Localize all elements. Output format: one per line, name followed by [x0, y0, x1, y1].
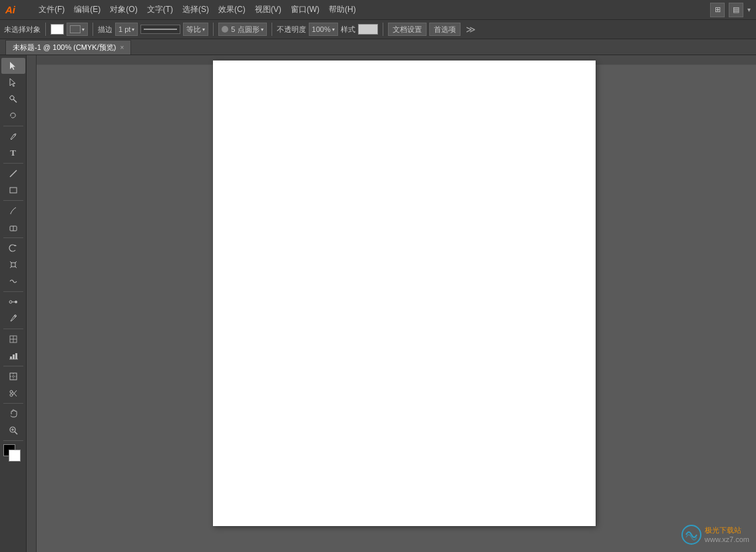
- toolbar: T: [0, 55, 27, 552]
- opacity-chevron: ▾: [332, 27, 335, 33]
- stroke-label: 描边: [98, 25, 112, 35]
- options-sep-1: [45, 23, 46, 36]
- svg-point-34: [10, 394, 13, 396]
- rectangle-tool[interactable]: [1, 182, 25, 198]
- svg-point-19: [9, 301, 12, 303]
- options-sep-4: [272, 23, 272, 36]
- opacity-dropdown[interactable]: 100% ▾: [309, 23, 338, 36]
- stroke-val-chevron: ▾: [132, 27, 134, 33]
- menu-select[interactable]: 选择(S): [178, 2, 213, 17]
- title-chevron: ▾: [747, 6, 751, 13]
- watermark-text: 极光下载站 www.xz7.com: [705, 525, 749, 545]
- points-chevron: ▾: [261, 27, 264, 33]
- options-sep-2: [93, 23, 93, 36]
- pen-tool[interactable]: [1, 128, 25, 144]
- svg-rect-28: [15, 353, 17, 359]
- title-bar: Ai 文件(F) 编辑(E) 对象(O) 文字(T) 选择(S) 效果(C) 视…: [0, 0, 756, 19]
- equal-ratio-chevron: ▾: [202, 27, 205, 33]
- tool-sep-9: [3, 440, 23, 441]
- points-dropdown[interactable]: 5 点圆形 ▾: [218, 23, 266, 36]
- menu-text[interactable]: 文字(T): [143, 2, 177, 17]
- tool-sep-8: [3, 403, 23, 404]
- svg-point-33: [10, 390, 13, 393]
- menu-bar: 文件(F) 编辑(E) 对象(O) 文字(T) 选择(S) 效果(C) 视图(V…: [35, 2, 699, 17]
- menu-effect[interactable]: 效果(C): [214, 2, 250, 17]
- stroke-value-dropdown[interactable]: 1 pt ▾: [115, 23, 138, 36]
- menu-window[interactable]: 窗口(W): [287, 2, 323, 17]
- color-boxes: [3, 444, 23, 462]
- lasso-tool[interactable]: [1, 108, 25, 124]
- blend-tool[interactable]: [1, 294, 25, 310]
- magic-wand-tool[interactable]: [1, 91, 25, 107]
- slice-tool[interactable]: [1, 368, 25, 384]
- tab-title: 未标题-1 @ 100% (CMYK/预览): [13, 43, 116, 53]
- tool-sep-5: [3, 291, 23, 292]
- no-selection-label: 未选择对象: [4, 25, 41, 35]
- tab-close-btn[interactable]: ×: [120, 44, 124, 51]
- document-tab[interactable]: 未标题-1 @ 100% (CMYK/预览) ×: [5, 40, 131, 55]
- scissors-tool[interactable]: [1, 385, 25, 401]
- svg-rect-27: [13, 354, 15, 359]
- preferences-btn[interactable]: 首选项: [429, 23, 461, 36]
- stroke-chevron: ▾: [82, 27, 85, 33]
- stroke-color-dropdown[interactable]: ▾: [67, 23, 88, 36]
- style-color-box[interactable]: [358, 24, 378, 35]
- menu-object[interactable]: 对象(O): [106, 2, 141, 17]
- options-extra-icon: ≫: [466, 24, 476, 35]
- eraser-tool[interactable]: [1, 219, 25, 235]
- title-btn-2[interactable]: ▤: [729, 3, 743, 17]
- chart-tool[interactable]: [1, 348, 25, 364]
- artboard: [213, 61, 596, 526]
- tool-sep-2: [3, 163, 23, 164]
- svg-line-38: [15, 432, 17, 434]
- svg-line-2: [13, 99, 17, 102]
- menu-edit[interactable]: 编辑(E): [70, 2, 104, 17]
- background-color[interactable]: [9, 450, 21, 462]
- opacity-label: 不透明度: [277, 25, 306, 35]
- rotate-tool[interactable]: [1, 240, 25, 256]
- svg-rect-10: [10, 188, 17, 193]
- svg-marker-1: [10, 78, 15, 86]
- svg-point-3: [10, 96, 14, 100]
- main-layout: T: [0, 55, 756, 552]
- svg-point-20: [15, 301, 17, 303]
- points-label: 5 点圆形: [231, 25, 259, 35]
- equal-ratio-label: 等比: [186, 25, 201, 35]
- type-tool-icon: T: [10, 148, 16, 158]
- svg-line-9: [10, 170, 17, 177]
- type-tool[interactable]: T: [1, 145, 25, 161]
- svg-marker-0: [10, 62, 15, 70]
- pencil-tool[interactable]: [1, 203, 25, 219]
- mesh-tool[interactable]: [1, 331, 25, 347]
- line-tool[interactable]: [1, 166, 25, 182]
- selection-tool[interactable]: [1, 58, 25, 74]
- eyedropper-tool[interactable]: [1, 311, 25, 327]
- title-btn-1[interactable]: ⊞: [710, 3, 725, 17]
- tab-bar: 未标题-1 @ 100% (CMYK/预览) ×: [0, 39, 756, 55]
- tool-sep-4: [3, 237, 23, 238]
- watermark: 极光下载站 www.xz7.com: [681, 524, 749, 545]
- options-sep-5: [383, 23, 383, 36]
- svg-line-8: [14, 134, 15, 136]
- tool-sep-3: [3, 200, 23, 201]
- tool-sep-7: [3, 366, 23, 366]
- scale-tool[interactable]: [1, 257, 25, 273]
- stroke-value: 1 pt: [118, 25, 130, 33]
- hand-tool[interactable]: [1, 406, 25, 422]
- warp-tool[interactable]: [1, 273, 25, 289]
- menu-help[interactable]: 帮助(H): [325, 2, 360, 17]
- fill-color-box[interactable]: [51, 24, 64, 35]
- watermark-line2: www.xz7.com: [705, 535, 749, 544]
- options-bar: 未选择对象 ▾ 描边 1 pt ▾ 等比 ▾ 5 点圆形 ▾ 不透明度 100%…: [0, 19, 756, 39]
- watermark-icon: [681, 524, 702, 545]
- options-sep-3: [213, 23, 214, 36]
- canvas-area: 极光下载站 www.xz7.com: [27, 55, 756, 552]
- direct-selection-tool[interactable]: [1, 74, 25, 90]
- doc-settings-btn[interactable]: 文档设置: [388, 23, 427, 36]
- ai-logo: Ai: [5, 4, 24, 15]
- menu-view[interactable]: 视图(V): [251, 2, 285, 17]
- zoom-tool[interactable]: [1, 422, 25, 438]
- style-label: 样式: [341, 25, 355, 35]
- stroke-style-dropdown[interactable]: 等比 ▾: [183, 23, 208, 36]
- menu-file[interactable]: 文件(F): [35, 2, 69, 17]
